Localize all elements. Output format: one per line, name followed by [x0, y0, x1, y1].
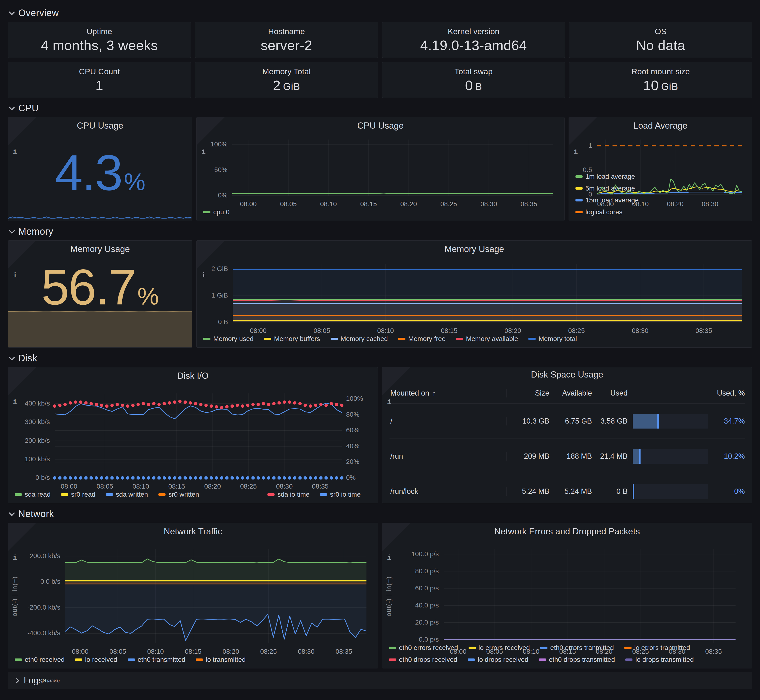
y-axis-tick: 0 b/s	[8, 474, 50, 481]
x-axis-tick: 08:25	[260, 648, 277, 655]
panel-cpu-usage-gauge: i CPU Usage 4.3%	[8, 117, 193, 221]
panel-network-errors: i Network Errors and Dropped Packets 100…	[382, 523, 752, 669]
y-axis-tick: 0.5	[569, 166, 592, 174]
stat-panel: Total swap 0B	[382, 62, 565, 98]
x-axis-tick: 08:20	[667, 200, 683, 208]
panel-info-icon[interactable]: i	[197, 241, 225, 269]
cell-available: 188 MB	[549, 452, 592, 461]
section-label: Overview	[18, 8, 59, 18]
panel-info-icon[interactable]: i	[569, 117, 597, 145]
x-axis-tick: 08:00	[61, 483, 77, 490]
stat-panel: Uptime 4 months, 3 weeks	[8, 22, 191, 58]
panel-disk-io: i Disk I/O 400 kb/s300 kb/s200 kb/s100 k…	[8, 367, 378, 503]
disk-io-chart[interactable]: 400 kb/s300 kb/s200 kb/s100 kb/s0 b/s100…	[8, 382, 378, 490]
x-axis-tick: 08:20	[400, 200, 417, 208]
stat-value: 4.19.0-13-amd64	[420, 36, 527, 58]
y-axis-tick: 100%	[346, 395, 363, 402]
logs-panel-count: (4 panels)	[43, 678, 60, 683]
panel-memory-usage-chart: i Memory Usage 2 GiB1 GiB0 B08:0008:0508…	[196, 241, 752, 348]
cpu-sparkline	[8, 205, 192, 221]
section-label: Disk	[18, 353, 37, 364]
cell-used: 21.4 MB	[592, 452, 628, 461]
x-axis-tick: 08:20	[223, 648, 239, 655]
y-axis-tick: 60%	[346, 427, 359, 434]
y-axis-tick: 1 GiB	[197, 292, 228, 299]
x-axis-tick: 08:15	[168, 483, 185, 490]
panel-disk-space-usage: i Disk Space Usage Mounted on↑ Size Avai…	[382, 367, 752, 503]
stat-label: Root mount size	[632, 67, 690, 76]
panel-info-icon[interactable]: i	[382, 523, 411, 551]
panel-memory-usage-gauge: i Memory Usage 56.7%	[8, 241, 193, 348]
column-header-used[interactable]: Used	[592, 389, 628, 397]
y-axis-tick: 300 kb/s	[8, 418, 50, 426]
panel-cpu-usage-chart: i CPU Usage 100%50%0%08:0008:0508:1008:1…	[196, 117, 564, 221]
panel-info-icon[interactable]: i	[8, 117, 36, 145]
y-axis-tick: 200 kb/s	[8, 437, 50, 444]
stat-label: Uptime	[87, 27, 112, 36]
section-header-logs[interactable]: Logs (4 panels)	[8, 672, 752, 689]
x-axis-tick: 08:00	[240, 200, 257, 208]
cell-usage-bar	[627, 414, 709, 428]
x-axis-tick: 08:00	[250, 327, 266, 334]
section-header-overview[interactable]: Overview	[8, 6, 752, 19]
section-header-memory[interactable]: Memory	[8, 225, 752, 238]
y-axis-tick: 50%	[197, 166, 227, 174]
y-axis-label: out(-) | in(+)	[385, 576, 393, 616]
section-header-cpu[interactable]: CPU	[8, 101, 752, 115]
memory-usage-value: 56.7%	[41, 262, 159, 312]
x-axis-tick: 08:25	[240, 483, 257, 490]
table-row: /run 209 MB 188 MB 21.4 MB 10.2%	[390, 439, 745, 473]
column-header-used-pct[interactable]: Used, %	[709, 389, 745, 397]
y-axis-tick: -400.0 kb/s	[8, 629, 60, 637]
chevron-down-icon	[9, 104, 15, 110]
panel-info-icon[interactable]: i	[197, 117, 225, 145]
x-axis-tick: 08:10	[632, 200, 649, 208]
stat-label: Hostname	[268, 27, 305, 36]
x-axis-tick: 08:30	[669, 648, 685, 655]
y-axis-tick: 0 B	[197, 318, 228, 326]
network-traffic-chart[interactable]: 200.0 kb/s0.0 b/s-200.0 kb/s-400.0 kb/s0…	[8, 538, 378, 655]
memory-usage-chart[interactable]: 2 GiB1 GiB0 B08:0008:0508:1008:1508:2008…	[197, 255, 752, 334]
panel-info-icon[interactable]: i	[8, 367, 36, 395]
x-axis-tick: 08:10	[147, 648, 164, 655]
x-axis-tick: 08:35	[705, 648, 722, 655]
cell-size: 10.3 GB	[506, 417, 549, 425]
panel-title[interactable]: CPU Usage	[197, 117, 564, 132]
section-header-network[interactable]: Network	[8, 507, 752, 520]
column-header-available[interactable]: Available	[549, 389, 592, 397]
panel-title[interactable]: Disk Space Usage	[382, 367, 752, 380]
panel-info-icon[interactable]: i	[382, 367, 411, 395]
x-axis-tick: 08:30	[276, 483, 293, 490]
column-header-size[interactable]: Size	[506, 389, 549, 397]
x-axis-tick: 08:05	[313, 327, 330, 334]
section-header-disk[interactable]: Disk	[8, 352, 752, 365]
x-axis-tick: 08:25	[632, 648, 649, 655]
cell-mounted-on: /	[390, 417, 507, 425]
stat-panel: OS No data	[569, 22, 752, 58]
x-axis-tick: 08:35	[696, 327, 712, 334]
cpu-usage-chart[interactable]: 100%50%0%08:0008:0508:1008:1508:2008:250…	[197, 132, 564, 208]
panel-title[interactable]: Memory Usage	[197, 241, 752, 255]
x-axis-tick: 08:05	[97, 483, 113, 490]
cell-available: 6.75 GB	[549, 417, 592, 425]
stat-panel: Memory Total 2GiB	[195, 62, 378, 98]
x-axis-tick: 08:20	[505, 327, 521, 334]
stat-panel: Kernel version 4.19.0-13-amd64	[382, 22, 565, 58]
x-axis-tick: 08:15	[559, 648, 576, 655]
y-axis-tick: 20.0 p/s	[382, 619, 439, 626]
x-axis-tick: 08:00	[450, 648, 467, 655]
x-axis-tick: 08:30	[702, 200, 718, 208]
panel-title[interactable]: Disk I/O	[8, 367, 378, 382]
panel-info-icon[interactable]: i	[8, 241, 36, 269]
x-axis-tick: 08:30	[481, 200, 497, 208]
chevron-right-icon	[14, 678, 19, 683]
network-errors-chart[interactable]: 100.0 p/s80.0 p/s60.0 p/s40.0 p/s20.0 p/…	[382, 538, 752, 643]
cell-used: 3.58 GB	[592, 417, 628, 425]
panel-info-icon[interactable]: i	[8, 523, 36, 551]
stat-panel: CPU Count 1	[8, 62, 191, 98]
chevron-down-icon	[9, 354, 15, 360]
stat-value: server-2	[261, 36, 312, 58]
panel-title[interactable]: Network Traffic	[8, 523, 378, 538]
stat-value: 2GiB	[273, 76, 300, 98]
panel-title[interactable]: Network Errors and Dropped Packets	[382, 523, 752, 538]
